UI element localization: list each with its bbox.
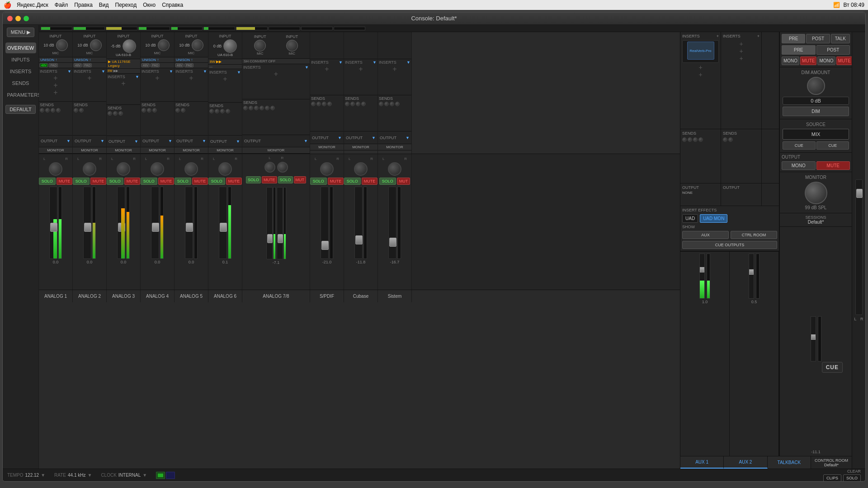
send-knob[interactable] <box>243 106 248 110</box>
mute-btn-6[interactable]: MUTE <box>226 178 242 185</box>
fader-handle-8[interactable] <box>321 241 329 250</box>
insert-add-r4[interactable]: + <box>723 47 760 55</box>
menu-go[interactable]: Переход <box>115 2 137 8</box>
send-knob[interactable] <box>265 106 269 110</box>
pan-knob-10[interactable] <box>388 162 401 176</box>
ch-name-6[interactable]: ANALOG 6 <box>208 290 242 302</box>
send-knob[interactable] <box>356 102 360 106</box>
pre-btn-1[interactable]: PRE <box>782 34 805 43</box>
close-button[interactable] <box>7 16 13 21</box>
phantom-btn-4[interactable]: 48V <box>142 63 150 67</box>
send-knob[interactable] <box>108 111 112 116</box>
mute-btn-5[interactable]: MUTE <box>192 178 208 185</box>
send-knob[interactable] <box>270 106 275 110</box>
insert-add-r5[interactable]: + <box>723 55 760 62</box>
insert-add-2[interactable]: + <box>74 75 105 82</box>
insert-add-3[interactable]: + <box>108 80 139 87</box>
pad-btn-5[interactable]: PAD <box>184 63 193 67</box>
send-knob[interactable] <box>311 102 316 106</box>
solo-button[interactable]: SOLO <box>843 474 861 482</box>
pad-btn-4[interactable]: PAD <box>151 63 160 67</box>
sidebar-item-inputs[interactable]: INPUTS <box>5 54 36 65</box>
send-knob[interactable] <box>79 108 84 113</box>
fader-track-7b[interactable] <box>277 187 283 259</box>
mix-button[interactable]: MIX <box>783 129 849 140</box>
mono-btn-1[interactable]: MONO <box>782 56 799 65</box>
send-knob[interactable] <box>56 108 61 113</box>
send-knob[interactable] <box>152 108 157 113</box>
send-knob[interactable] <box>51 108 55 113</box>
mute-btn-7b[interactable]: MUT <box>294 176 307 183</box>
apple-menu[interactable]: 🍎 <box>4 1 11 9</box>
input-knob-7b[interactable] <box>286 40 298 52</box>
post-btn-1[interactable]: POST <box>806 34 830 43</box>
mute-btn-9[interactable]: MUTE <box>362 178 378 185</box>
cue-btn-2[interactable]: CUE <box>816 141 849 150</box>
fader-track-1[interactable] <box>49 187 57 259</box>
pan-knob-7b[interactable] <box>277 162 288 173</box>
maximize-button[interactable] <box>24 16 29 21</box>
ctrl-room-btn[interactable]: CTRL ROOM <box>731 231 777 239</box>
default-button[interactable]: DEFAULT <box>5 105 36 114</box>
fader-handle-2[interactable] <box>84 223 91 232</box>
insert-add-10[interactable]: + <box>379 66 410 73</box>
fader-track-10[interactable] <box>388 187 396 259</box>
input-knob-2[interactable] <box>90 39 102 51</box>
solo-btn-1[interactable]: SOLO <box>39 178 56 185</box>
fader-handle-10[interactable] <box>389 238 396 247</box>
send-knob[interactable] <box>209 109 214 113</box>
solo-btn-4[interactable]: SOLO <box>141 178 157 185</box>
solo-btn-10[interactable]: SOLO <box>379 178 396 185</box>
input-knob-6[interactable] <box>223 39 237 53</box>
send-knob[interactable] <box>74 108 78 113</box>
pan-knob-4[interactable] <box>151 162 164 176</box>
ch-name-1[interactable]: ANALOG 1 <box>39 290 73 302</box>
pan-knob-9[interactable] <box>354 162 368 176</box>
fader-track-4[interactable] <box>151 187 159 259</box>
sidebar-item-sends[interactable]: SENDS <box>5 78 36 89</box>
inserts-add-icon-r1[interactable]: + <box>717 34 719 38</box>
inserts-add-icon-r2[interactable]: + <box>757 34 760 38</box>
clips-button[interactable]: CLIPS <box>823 474 841 482</box>
post-btn-2[interactable]: POST <box>816 45 850 55</box>
input-knob-5[interactable] <box>192 39 203 51</box>
fader-track-3[interactable] <box>117 187 125 259</box>
menu-edit[interactable]: Правка <box>74 2 93 8</box>
dim-button[interactable]: DIM <box>783 107 849 116</box>
aux1-tab[interactable]: AUX 1 <box>680 456 724 469</box>
send-knob[interactable] <box>345 102 349 106</box>
send-knob[interactable] <box>395 102 400 106</box>
fader-handle-7a[interactable] <box>267 234 273 243</box>
phantom-btn-5[interactable]: 48V <box>175 63 184 67</box>
insert-add-r1[interactable]: + <box>682 64 719 71</box>
send-knob-r[interactable] <box>682 137 687 142</box>
clock-arrow[interactable]: ▼ <box>142 473 147 478</box>
mono-btn-2[interactable]: MONO <box>817 56 835 65</box>
insert-add-r2[interactable]: + <box>682 71 719 78</box>
aux2-tab[interactable]: AUX 2 <box>724 456 767 469</box>
cue-outputs-btn[interactable]: CUE OUTPUTS <box>682 241 777 249</box>
fader-track-7a[interactable] <box>266 187 273 259</box>
sidebar-item-inserts[interactable]: INSERTS <box>5 66 36 77</box>
fader-track-9[interactable] <box>354 187 363 259</box>
fader-track-8[interactable] <box>321 187 329 259</box>
aux-out-btn[interactable]: AUX <box>682 231 729 239</box>
menu-view[interactable]: Вид <box>99 2 109 8</box>
pan-knob-2[interactable] <box>83 162 96 176</box>
send-knob[interactable] <box>113 111 118 116</box>
send-knob[interactable] <box>316 102 321 106</box>
fader-handle-7b[interactable] <box>278 234 283 243</box>
insert-add-7[interactable]: + <box>243 70 309 78</box>
talk-btn[interactable]: TALK <box>831 34 850 43</box>
send-knob-r[interactable] <box>688 137 692 142</box>
send-knob[interactable] <box>226 109 230 113</box>
send-knob[interactable] <box>118 111 123 116</box>
phantom-btn-2[interactable]: 48V <box>74 63 82 67</box>
fader-track-6[interactable] <box>219 187 227 259</box>
send-knob[interactable] <box>249 106 253 110</box>
fader-track-5[interactable] <box>185 187 193 259</box>
send-knob[interactable] <box>175 108 180 113</box>
pan-knob-7a[interactable] <box>264 162 275 173</box>
mute-btn-8[interactable]: MUTE <box>328 178 344 185</box>
insert-add-6[interactable]: + <box>209 75 241 83</box>
